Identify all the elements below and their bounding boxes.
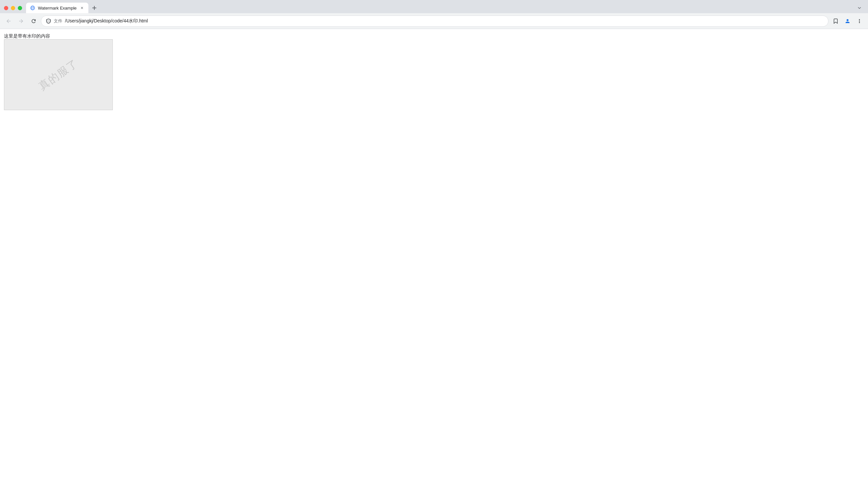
minimize-button[interactable] [11, 6, 15, 10]
tab-bar: Watermark Example ✕ [26, 3, 864, 13]
new-tab-button[interactable] [90, 3, 99, 13]
menu-button[interactable] [854, 16, 865, 26]
watermark-container: 真的服了 [4, 39, 113, 110]
maximize-button[interactable] [18, 6, 22, 10]
bookmark-button[interactable] [830, 16, 841, 26]
reload-button[interactable] [28, 16, 39, 26]
tab-favicon [30, 5, 35, 10]
window-controls [4, 6, 22, 10]
profile-button[interactable] [842, 16, 853, 26]
address-input[interactable] [65, 19, 823, 24]
toolbar: 文件 [0, 13, 868, 29]
active-tab[interactable]: Watermark Example ✕ [26, 3, 89, 13]
tab-close-button[interactable]: ✕ [79, 5, 84, 10]
forward-button[interactable] [16, 16, 26, 26]
browser-chrome: Watermark Example ✕ [0, 0, 868, 29]
title-bar: Watermark Example ✕ [0, 0, 868, 13]
address-bar[interactable]: 文件 [41, 16, 828, 27]
close-button[interactable] [4, 6, 8, 10]
tab-expand-button[interactable] [855, 3, 864, 13]
tab-title: Watermark Example [38, 6, 76, 10]
page-content: 这里是带有水印的内容 真的服了 [0, 29, 868, 492]
content-label: 这里是带有水印的内容 真的服了 [4, 33, 864, 110]
back-button[interactable] [3, 16, 14, 26]
toolbar-actions [830, 16, 865, 26]
security-label: 文件 [54, 18, 62, 24]
security-icon [46, 19, 51, 24]
watermark-text: 真的服了 [36, 56, 81, 93]
